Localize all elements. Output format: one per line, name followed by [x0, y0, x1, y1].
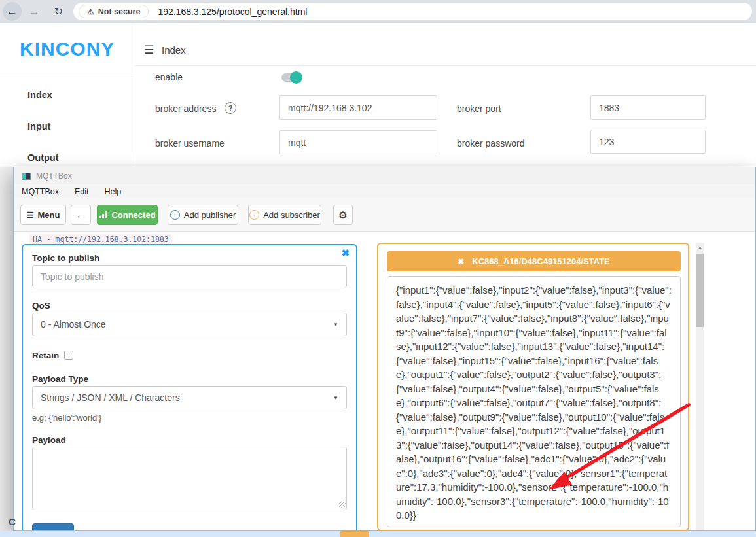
message-box: {"input1":{"value":false},"input2":{"val… [387, 276, 681, 527]
retain-label-text: Retain [32, 351, 59, 360]
chevron-down-icon: ▼ [333, 322, 338, 328]
add-subscriber-label: Add subscriber [263, 210, 320, 220]
qos-value: 0 - Almost Once [41, 319, 106, 330]
menu-item-edit[interactable]: Edit [75, 187, 89, 196]
security-label: Not secure [98, 7, 141, 16]
scrollbar[interactable]: ▲ [696, 243, 704, 531]
sidebar-item-index[interactable]: Index [27, 90, 52, 100]
sidebar-header-divider [0, 78, 134, 78]
page-header-divider [134, 65, 756, 66]
background-c-glyph: C [9, 516, 16, 527]
settings-button[interactable]: ⚙ [333, 205, 353, 225]
back-icon: ← [7, 5, 18, 18]
url-text: 192.168.3.125/protocol_general.html [158, 7, 307, 17]
chevron-down-icon: ▼ [333, 395, 338, 401]
back-arrow-icon: ← [76, 209, 86, 221]
bottom-orange-tab [340, 531, 369, 537]
broker-port-label: broker port [457, 103, 501, 114]
forward-button[interactable]: → [25, 2, 44, 21]
subscriber-panel: ✖ KC868_A16/D48C49151204/STATE {"input1"… [377, 243, 689, 531]
add-publisher-button[interactable]: ↑ Add publisher [168, 205, 238, 225]
connected-label: Connected [111, 210, 155, 220]
payload-type-value: Strings / JSON / XML / Characters [41, 392, 180, 403]
broker-password-label: broker password [457, 138, 525, 148]
window-titlebar[interactable]: MQTTBox [14, 167, 755, 184]
publisher-panel: ✖ Topic to publish QoS 0 - Almost Once ▼… [22, 244, 357, 531]
menu-item-mqttbox[interactable]: MQTTBox [22, 187, 59, 196]
mqttbox-window: MQTTBox MQTTBox Edit Help ☰ Menu ← Conne… [13, 167, 756, 531]
sidebar-item-output[interactable]: Output [27, 152, 59, 163]
topic-to-publish-input[interactable] [32, 265, 347, 288]
resize-handle[interactable] [339, 502, 346, 508]
back-nav-button[interactable]: ← [71, 205, 91, 225]
payload-hint: e.g: {'hello':'world'} [32, 413, 101, 423]
message-payload: {"input1":{"value":false},"input2":{"val… [396, 283, 672, 523]
help-glyph: ? [228, 104, 233, 112]
window-menubar: MQTTBox Edit Help [14, 184, 755, 198]
window-shadow [0, 167, 13, 537]
add-publisher-label: Add publisher [184, 210, 236, 220]
payload-type-label: Payload Type [32, 374, 88, 384]
menu-button-label: Menu [37, 210, 60, 220]
topic-to-publish-label: Topic to publish [32, 253, 99, 263]
gear-icon: ⚙ [338, 209, 347, 221]
toolbar: ☰ Menu ← Connected ↑ Add publisher ↓ Add… [14, 198, 755, 232]
enable-toggle-knob[interactable] [290, 71, 302, 84]
subscriber-topic-text: KC868_A16/D48C49151204/STATE [472, 256, 610, 266]
circle-down-arrow-icon: ↓ [249, 210, 259, 220]
broker-username-input[interactable] [279, 130, 437, 154]
payload-textarea[interactable] [32, 447, 347, 510]
broker-password-input[interactable] [590, 130, 706, 154]
down-arrow-glyph: ↓ [253, 212, 256, 218]
kincony-logo: KINCONY [20, 38, 115, 60]
signal-bars-icon [99, 211, 107, 218]
close-icon[interactable]: ✖ [341, 247, 350, 259]
menu-icon: ☰ [27, 211, 34, 220]
payload-label: Payload [32, 435, 66, 445]
reload-icon: ↻ [54, 5, 63, 18]
qos-label: QoS [32, 301, 50, 311]
mqttbox-app-icon [22, 173, 31, 180]
scroll-up-icon[interactable]: ▲ [696, 245, 704, 249]
up-arrow-glyph: ↑ [173, 212, 177, 218]
broker-address-input[interactable] [279, 95, 437, 120]
enable-label: enable [155, 72, 183, 82]
window-title: MQTTBox [36, 171, 72, 181]
page-title: Index [162, 44, 186, 56]
sidebar-item-input[interactable]: Input [27, 121, 50, 131]
bottom-edge-band [0, 531, 756, 537]
scrollbar-thumb[interactable] [696, 254, 704, 327]
broker-address-label: broker address [155, 103, 216, 114]
connection-label: HA - mqtt://192.168.3.102:1883 [29, 234, 172, 245]
add-subscriber-button[interactable]: ↓ Add subscriber [248, 205, 321, 225]
payload-type-select[interactable]: Strings / JSON / XML / Characters ▼ [32, 386, 347, 409]
back-button[interactable]: ← [3, 2, 22, 21]
qos-select[interactable]: 0 - Almost Once ▼ [32, 313, 347, 336]
broker-username-label: broker username [155, 138, 225, 148]
close-icon[interactable]: ✖ [458, 257, 464, 266]
retain-checkbox[interactable] [64, 351, 73, 360]
reload-button[interactable]: ↻ [49, 2, 68, 21]
address-bar[interactable]: ⚠ Not secure 192.168.3.125/protocol_gene… [73, 3, 752, 20]
broker-port-input[interactable] [590, 95, 706, 120]
warning-icon: ⚠ [87, 7, 94, 16]
menu-item-help[interactable]: Help [105, 187, 122, 196]
circle-up-arrow-icon: ↑ [170, 210, 180, 220]
screen: ← → ↻ ⚠ Not secure 192.168.3.125/protoco… [0, 0, 756, 537]
connected-button[interactable]: Connected [97, 205, 158, 225]
security-chip[interactable]: ⚠ Not secure [79, 5, 149, 18]
subscriber-topic-header[interactable]: ✖ KC868_A16/D48C49151204/STATE [387, 251, 681, 271]
hamburger-icon[interactable]: ☰ [144, 43, 154, 57]
menu-button[interactable]: ☰ Menu [20, 205, 66, 225]
sidebar-divider [134, 23, 134, 167]
help-icon[interactable]: ? [225, 102, 236, 114]
forward-icon: → [29, 5, 40, 18]
browser-toolbar: ← → ↻ ⚠ Not secure 192.168.3.125/protoco… [0, 0, 756, 23]
retain-label: Retain [32, 351, 73, 360]
publish-button[interactable]: Publish [32, 523, 74, 531]
